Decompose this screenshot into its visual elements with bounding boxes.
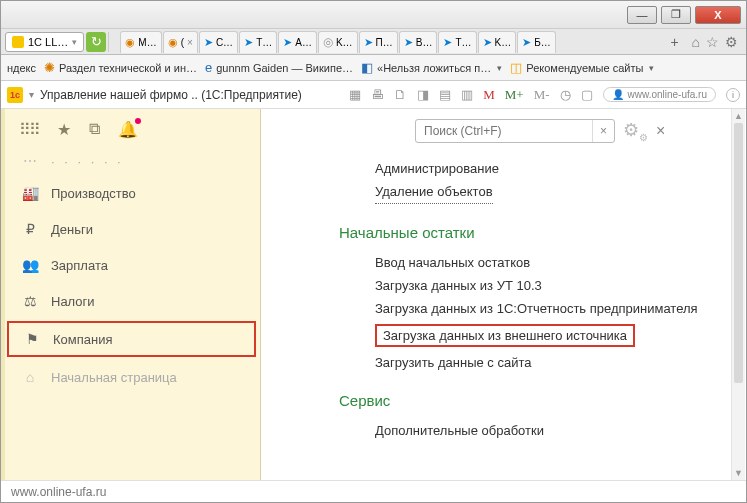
sidebar-item-label: Компания — [53, 332, 113, 347]
home-icon[interactable]: ⌂ — [692, 34, 700, 50]
browser-tab[interactable]: ➤П… — [359, 31, 398, 53]
address-chip[interactable]: 1C LL… ▾ — [5, 32, 84, 52]
m-minus-icon[interactable]: M- — [534, 87, 550, 103]
calendar-icon[interactable]: ▥ — [461, 87, 473, 102]
window-maximize-button[interactable]: ❐ — [661, 6, 691, 24]
bookmark-bar: ндекс ✺Раздел технической и ин… egunnm G… — [1, 55, 746, 81]
browser-tab[interactable]: ◉(× — [163, 31, 198, 53]
tab-icon: ◎ — [323, 35, 333, 49]
tab-icon: ➤ — [283, 36, 292, 49]
bookmark-item[interactable]: ндекс — [7, 62, 36, 74]
tab-icon: ◉ — [168, 36, 178, 49]
apps-icon[interactable]: ⠿⠿ — [19, 120, 39, 139]
bookmark-item[interactable]: ◫Рекомендуемые сайты▾ — [510, 60, 654, 75]
flag-icon: ⚑ — [23, 331, 41, 347]
sidebar-items: ⋯· · · · · · 🏭Производство ₽Деньги 👥Зарп… — [5, 149, 260, 482]
scroll-up-icon[interactable]: ▲ — [732, 109, 745, 123]
panel-close-button[interactable]: × — [656, 122, 665, 140]
link-initial-balances[interactable]: Ввод начальных остатков — [375, 251, 732, 274]
tab-icon: ➤ — [483, 36, 492, 49]
search-box: × — [415, 119, 615, 143]
tab-icon: ➤ — [404, 36, 413, 49]
new-tab-button[interactable]: + — [664, 34, 686, 50]
browser-tab[interactable]: ➤B… — [399, 31, 438, 53]
db-icon[interactable]: ▤ — [439, 87, 451, 102]
link-administration[interactable]: Администрирование — [375, 157, 732, 180]
sidebar-item-company[interactable]: ⚑Компания — [7, 321, 256, 357]
gear-icon[interactable]: ⚙ — [725, 34, 738, 50]
app-logo-icon: 1c — [7, 87, 23, 103]
section-title-service: Сервис — [339, 392, 732, 409]
reload-button[interactable]: ↻ — [86, 32, 106, 52]
dropdown-icon[interactable]: ▾ — [29, 89, 34, 100]
browser-tab[interactable]: ◉M… — [120, 31, 161, 53]
browser-tab[interactable]: ➤A… — [278, 31, 317, 53]
print-icon[interactable]: 🖶 — [371, 87, 384, 102]
copy-icon[interactable]: ⧉ — [89, 120, 100, 138]
scales-icon: ⚖ — [21, 293, 39, 309]
sidebar-item-label: Зарплата — [51, 258, 108, 273]
bookmark-item[interactable]: ✺Раздел технической и ин… — [44, 60, 197, 75]
window-close-button[interactable]: X — [695, 6, 741, 24]
sidebar-item-home[interactable]: ⌂Начальная страница — [5, 359, 260, 395]
link-load-ut103[interactable]: Загрузка данных из УТ 10.3 — [375, 274, 732, 297]
app-title: Управление нашей фирмо .. (1С:Предприяти… — [40, 88, 343, 102]
link-delete-objects[interactable]: Удаление объектов — [375, 180, 493, 204]
factory-icon: 🏭 — [21, 185, 39, 201]
content-links: Администрирование Удаление объектов Нача… — [375, 157, 732, 442]
notification-dot — [135, 118, 141, 124]
browser-tab[interactable]: ➤T… — [239, 31, 277, 53]
browser-tab[interactable]: ➤T… — [438, 31, 476, 53]
link-extra-processing[interactable]: Дополнительные обработки — [375, 419, 732, 442]
sidebar-item-production[interactable]: 🏭Производство — [5, 175, 260, 211]
bookmark-item[interactable]: ◧«Нельзя ложиться п…▾ — [361, 60, 502, 75]
grid-icon[interactable]: ▦ — [349, 87, 361, 102]
sidebar-item-label: Деньги — [51, 222, 93, 237]
site-icon — [12, 36, 24, 48]
dropdown-icon: ▾ — [649, 63, 654, 73]
window-minimize-button[interactable]: — — [627, 6, 657, 24]
link-load-external[interactable]: Загрузка данных из внешнего источника — [375, 324, 635, 347]
scroll-down-icon[interactable]: ▼ — [732, 466, 745, 480]
window-icon[interactable]: ▢ — [581, 87, 593, 102]
star-icon[interactable]: ☆ — [706, 34, 719, 50]
link-load-from-site[interactable]: Загрузить данные с сайта — [375, 351, 732, 374]
m-plus-icon[interactable]: M — [483, 87, 495, 103]
doc-icon[interactable]: 🗋 — [394, 87, 407, 102]
tab-icon: ➤ — [244, 36, 253, 49]
scroll-thumb[interactable] — [734, 123, 743, 383]
browser-tabs: ◉M… ◉(× ➤C… ➤T… ➤A… ◎K… ➤П… ➤B… ➤T… ➤K… … — [120, 31, 661, 53]
settings-gear-icon[interactable]: ⚙⚙ — [623, 119, 648, 143]
search-input[interactable] — [416, 124, 592, 138]
browser-tab[interactable]: ◎K… — [318, 31, 358, 53]
browser-tab-row: 1C LL… ▾ ↻ ◉M… ◉(× ➤C… ➤T… ➤A… ◎K… ➤П… ➤… — [1, 29, 746, 55]
main-area: ⠿⠿ ★ ⧉ 🔔 ⋯· · · · · · 🏭Производство ₽Ден… — [1, 109, 746, 482]
browser-tab[interactable]: ➤K… — [478, 31, 517, 53]
m-plus-icon[interactable]: M+ — [505, 87, 524, 103]
tab-close-icon[interactable]: × — [187, 37, 193, 48]
section-title-initial: Начальные остатки — [339, 224, 732, 241]
bell-icon[interactable]: 🔔 — [118, 120, 138, 139]
footer-text: www.online-ufa.ru — [11, 485, 106, 499]
vertical-scrollbar[interactable]: ▲ ▼ — [731, 109, 745, 480]
search-clear-button[interactable]: × — [592, 120, 614, 142]
sidebar-item-hidden[interactable]: ⋯· · · · · · — [5, 153, 260, 175]
browser-tab[interactable]: ➤Б… — [517, 31, 556, 53]
sidebar-item-taxes[interactable]: ⚖Налоги — [5, 283, 260, 319]
address-text: 1C LL… — [28, 36, 68, 48]
app-toolbar: 1c ▾ Управление нашей фирмо .. (1С:Предп… — [1, 81, 746, 109]
clock-icon[interactable]: ◷ — [560, 87, 571, 102]
bookmark-icon: ◧ — [361, 60, 373, 75]
sidebar-item-money[interactable]: ₽Деньги — [5, 211, 260, 247]
tab-icon: ◉ — [125, 36, 135, 49]
compare-icon[interactable]: ◨ — [417, 87, 429, 102]
browser-tab[interactable]: ➤C… — [199, 31, 238, 53]
sidebar-item-salary[interactable]: 👥Зарплата — [5, 247, 260, 283]
footer-bar: www.online-ufa.ru — [1, 480, 746, 502]
dropdown-icon: ▾ — [72, 37, 77, 47]
link-load-1c-report[interactable]: Загрузка данных из 1С:Отчетность предпри… — [375, 297, 732, 320]
star-icon[interactable]: ★ — [57, 120, 71, 139]
user-chip[interactable]: 👤www.online-ufa.ru — [603, 87, 716, 102]
bookmark-item[interactable]: egunnm Gaiden — Википе… — [205, 60, 353, 75]
info-icon[interactable]: i — [726, 88, 740, 102]
